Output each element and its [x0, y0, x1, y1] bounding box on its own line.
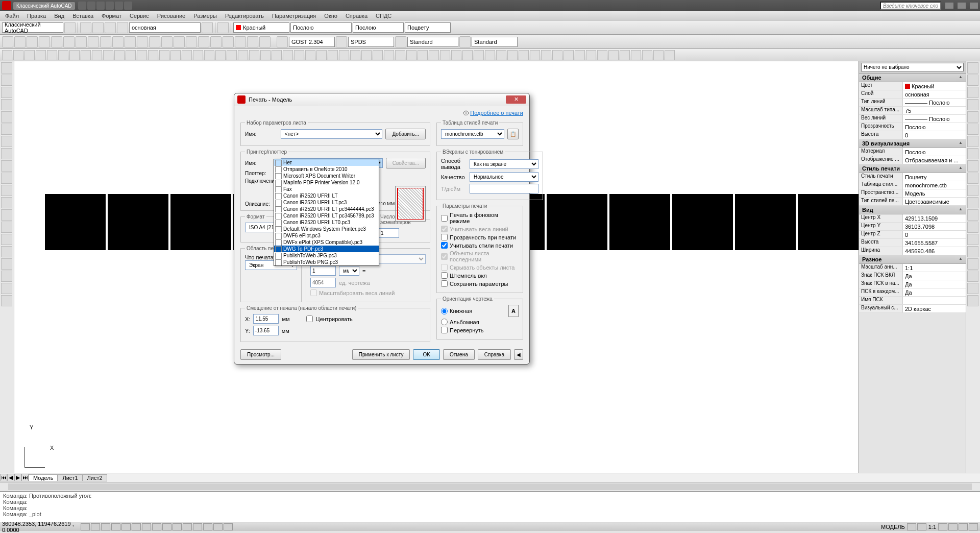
- draw-tool-2[interactable]: [24, 50, 35, 60]
- draw-tool-4[interactable]: [47, 50, 57, 60]
- props-row[interactable]: Визуальный с...2D каркас: [859, 305, 966, 313]
- ltool-16[interactable]: [1, 258, 12, 270]
- qat-new-icon[interactable]: [78, 2, 86, 10]
- rtool-12[interactable]: [967, 209, 978, 221]
- draw-tool-35[interactable]: [395, 50, 405, 60]
- prev-layer-icon[interactable]: [217, 22, 229, 33]
- props-row[interactable]: Центр Y36103.7098: [859, 223, 966, 231]
- menu-Справка[interactable]: Справка: [342, 12, 371, 20]
- coordinates-display[interactable]: 360948.2353, 119476.2619 , 0.0000: [2, 521, 79, 533]
- ltool-1[interactable]: [1, 75, 12, 86]
- qat-plot-icon[interactable]: [124, 2, 132, 10]
- publish-icon[interactable]: [63, 36, 75, 47]
- workspace-combo[interactable]: Классический AutoCAD: [2, 22, 63, 33]
- minimize-icon[interactable]: [945, 3, 953, 9]
- draw-tool-33[interactable]: [373, 50, 383, 60]
- shade-q-combo[interactable]: Нормальное: [470, 172, 538, 182]
- qp-icon[interactable]: [917, 523, 926, 530]
- horizontal-scrollbar[interactable]: [0, 482, 980, 491]
- freeze-icon[interactable]: [105, 22, 116, 33]
- draw-tool-45[interactable]: [507, 50, 518, 60]
- props-section-Общие[interactable]: Общие: [859, 74, 966, 82]
- draw-tool-39[interactable]: [440, 50, 450, 60]
- status-model[interactable]: МОДЕЛЬ: [881, 524, 905, 530]
- zoom-icon[interactable]: [161, 36, 173, 47]
- hw-icon[interactable]: [959, 523, 968, 530]
- rtool-0[interactable]: [967, 62, 978, 74]
- center-checkbox[interactable]: [306, 316, 313, 322]
- rtool-10[interactable]: [967, 185, 978, 196]
- printer-option[interactable]: PublishToWeb JPG.pc3: [274, 252, 379, 259]
- zoomw-icon[interactable]: [174, 36, 185, 47]
- status-toggle-4[interactable]: [121, 523, 131, 530]
- draw-tool-29[interactable]: [328, 50, 338, 60]
- draw-tool-9[interactable]: [103, 50, 113, 60]
- close-icon[interactable]: [970, 3, 978, 9]
- rtool-11[interactable]: [967, 197, 978, 208]
- rtool-14[interactable]: [967, 234, 978, 245]
- cut-icon[interactable]: [76, 36, 87, 47]
- grid-toggle-icon[interactable]: [907, 523, 916, 530]
- props-row[interactable]: Тип стилей пе...Цветозависимые: [859, 198, 966, 206]
- y-offset-input[interactable]: [253, 326, 279, 335]
- qat-open-icon[interactable]: [87, 2, 95, 10]
- draw-tool-46[interactable]: [519, 50, 529, 60]
- scale-num-input[interactable]: [310, 266, 336, 276]
- plotstyle-combo-dlg[interactable]: monochrome.ctb: [441, 129, 504, 139]
- draw-tool-25[interactable]: [283, 50, 293, 60]
- status-toggle-2[interactable]: [101, 523, 110, 530]
- tab-model[interactable]: Модель: [29, 474, 58, 481]
- props-row[interactable]: Вес линий———— Послою: [859, 115, 966, 123]
- tablestyle-combo[interactable]: Standard: [472, 37, 518, 47]
- rtool-5[interactable]: [967, 124, 978, 135]
- draw-tool-20[interactable]: [227, 50, 237, 60]
- draw-tool-1[interactable]: [13, 50, 23, 60]
- gear-icon[interactable]: [64, 22, 76, 33]
- status-toggle-12[interactable]: [203, 523, 212, 530]
- props-row[interactable]: Слойосновная: [859, 90, 966, 99]
- draw-tool-42[interactable]: [474, 50, 484, 60]
- props-row[interactable]: Высота0: [859, 131, 966, 139]
- status-toggle-5[interactable]: [132, 523, 141, 530]
- props-row[interactable]: Масштаб анн...1:1: [859, 264, 966, 272]
- props-row[interactable]: Пространство...Модель: [859, 189, 966, 198]
- preview-icon[interactable]: [51, 36, 62, 47]
- draw-tool-3[interactable]: [36, 50, 46, 60]
- preview-button[interactable]: Просмотр...: [240, 349, 281, 360]
- menu-Файл[interactable]: Файл: [2, 12, 22, 20]
- ltool-0[interactable]: [1, 62, 12, 74]
- plot-opt-6[interactable]: [441, 272, 448, 279]
- linetype-combo[interactable]: Послою: [290, 22, 352, 33]
- draw-tool-32[interactable]: [361, 50, 372, 60]
- ltool-4[interactable]: [1, 111, 12, 123]
- rtool-7[interactable]: [967, 148, 978, 159]
- layer-combo[interactable]: основная: [129, 22, 201, 33]
- ssm-icon[interactable]: [235, 36, 246, 47]
- rtool-16[interactable]: [967, 258, 978, 270]
- cancel-button[interactable]: Отмена: [443, 349, 475, 360]
- workspace-indicator[interactable]: Классический AutoCAD: [13, 2, 75, 10]
- rtool-8[interactable]: [967, 160, 978, 172]
- menu-Параметризация[interactable]: Параметризация: [269, 12, 319, 20]
- draw-tool-7[interactable]: [81, 50, 91, 60]
- printer-option[interactable]: MapInfo PDF Printer Version 12.0: [274, 179, 379, 186]
- undo-icon[interactable]: [125, 36, 136, 47]
- draw-tool-17[interactable]: [193, 50, 203, 60]
- x-offset-input[interactable]: [253, 314, 279, 324]
- status-toggle-1[interactable]: [91, 523, 100, 530]
- copies-input[interactable]: [379, 228, 399, 238]
- rtool-2[interactable]: [967, 87, 978, 98]
- menu-Формат[interactable]: Формат: [99, 12, 125, 20]
- rtool-18[interactable]: [967, 283, 978, 294]
- draw-tool-18[interactable]: [204, 50, 214, 60]
- spds-icon[interactable]: [336, 36, 347, 47]
- plot-opt-7[interactable]: [441, 280, 448, 287]
- rtool-1[interactable]: [967, 75, 978, 86]
- props-section-Вид[interactable]: Вид: [859, 206, 966, 214]
- ltool-8[interactable]: [1, 160, 12, 172]
- pan-icon[interactable]: [80, 22, 91, 33]
- printer-option[interactable]: DWG To PDF.pc3: [274, 246, 379, 252]
- printer-option[interactable]: Canon iR2520 UFRII LT pc3456789.pc3: [274, 212, 379, 219]
- printer-dropdown-list[interactable]: НетОтправить в OneNote 2010Microsoft XPS…: [274, 159, 379, 266]
- menu-СПДС[interactable]: СПДС: [373, 12, 395, 20]
